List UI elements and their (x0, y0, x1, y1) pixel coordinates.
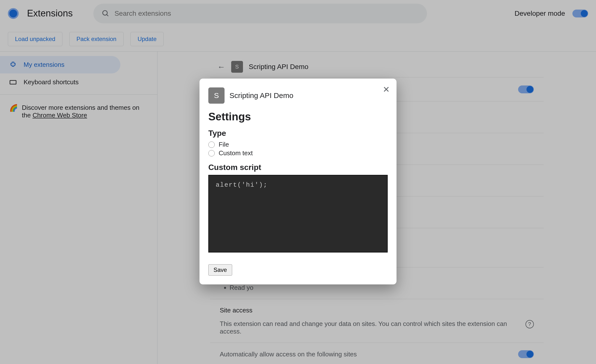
modal-extension-avatar: S (208, 87, 225, 104)
modal-scrim[interactable]: ✕ S Scripting API Demo Settings Type Fil… (0, 0, 596, 364)
save-button[interactable]: Save (208, 264, 232, 276)
radio-custom-text[interactable]: Custom text (208, 149, 388, 157)
radio-file-input[interactable] (208, 141, 215, 148)
modal-extension-title: Scripting API Demo (229, 91, 293, 100)
radio-file-label: File (219, 141, 229, 148)
settings-modal: ✕ S Scripting API Demo Settings Type Fil… (199, 79, 397, 284)
modal-heading: Settings (208, 111, 388, 123)
radio-custom-input[interactable] (208, 150, 215, 156)
custom-script-textarea[interactable] (208, 175, 388, 252)
close-icon[interactable]: ✕ (383, 84, 390, 94)
radio-file[interactable]: File (208, 141, 388, 148)
custom-script-heading: Custom script (208, 163, 388, 172)
radio-custom-label: Custom text (219, 149, 253, 157)
type-heading: Type (208, 129, 388, 138)
